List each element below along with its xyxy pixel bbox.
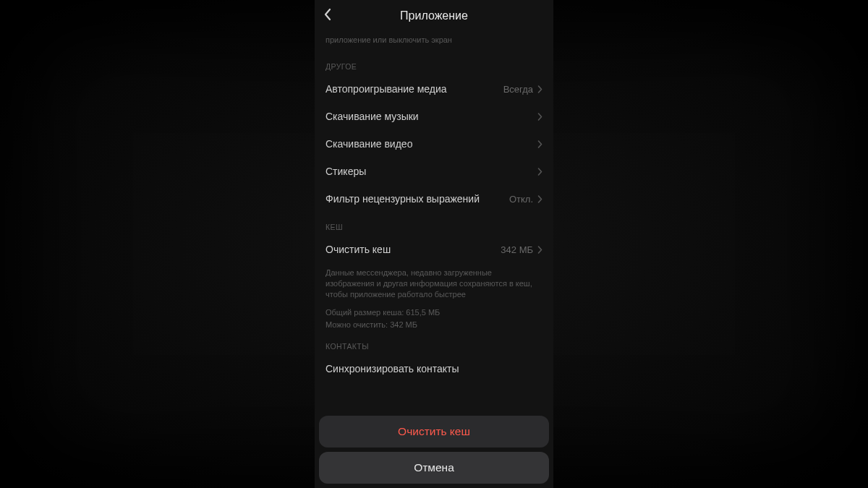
phone-screen: Приложение приложение или выключить экра… — [315, 0, 553, 488]
row-music-download[interactable]: Скачивание музыки — [315, 103, 553, 130]
previous-section-hint: приложение или выключить экран — [315, 32, 553, 52]
page-title: Приложение — [400, 9, 468, 22]
action-sheet: Очистить кеш Отмена — [315, 413, 553, 488]
section-header-contacts: КОНТАКТЫ — [315, 332, 553, 355]
chevron-right-icon — [537, 85, 542, 93]
row-label: Скачивание музыки — [326, 111, 419, 122]
row-clear-cache[interactable]: Очистить кеш 342 МБ — [315, 236, 553, 263]
back-button[interactable] — [320, 5, 335, 27]
row-label: Синхронизировать контакты — [326, 363, 459, 374]
cache-description: Данные мессенджера, недавно загруженные … — [315, 263, 553, 303]
section-header-cache: КЕШ — [315, 213, 553, 236]
row-label: Автопроигрывание медиа — [326, 83, 447, 95]
row-value: Откл. — [509, 194, 533, 205]
chevron-right-icon — [537, 168, 542, 176]
cache-cleanable: Можно очистить: 342 МБ — [315, 320, 553, 332]
cancel-button[interactable]: Отмена — [319, 452, 549, 484]
row-label: Стикеры — [326, 166, 366, 177]
row-label: Фильтр нецензурных выражений — [326, 193, 480, 205]
row-autoplay-media[interactable]: Автопроигрывание медиа Всегда — [315, 75, 553, 103]
row-label: Очистить кеш — [326, 244, 391, 255]
row-right: Откл. — [509, 194, 542, 205]
row-video-download[interactable]: Скачивание видео — [315, 130, 553, 158]
row-label: Скачивание видео — [326, 138, 412, 150]
row-right — [537, 140, 542, 148]
row-right: Всегда — [503, 84, 542, 95]
row-sync-contacts[interactable]: Синхронизировать контакты — [315, 355, 553, 382]
row-right: 342 МБ — [501, 244, 542, 255]
app-header: Приложение — [315, 0, 553, 32]
row-profanity-filter[interactable]: Фильтр нецензурных выражений Откл. — [315, 185, 553, 213]
chevron-right-icon — [537, 140, 542, 148]
row-value: Всегда — [503, 84, 533, 95]
row-stickers[interactable]: Стикеры — [315, 158, 553, 185]
chevron-left-icon — [323, 8, 332, 21]
row-right — [537, 113, 542, 121]
row-right — [537, 168, 542, 176]
chevron-right-icon — [537, 195, 542, 203]
cache-total: Общий размер кеша: 615,5 МБ — [315, 303, 553, 320]
chevron-right-icon — [537, 113, 542, 121]
section-header-other: ДРУГОЕ — [315, 52, 553, 75]
chevron-right-icon — [537, 246, 542, 254]
clear-cache-button[interactable]: Очистить кеш — [319, 416, 549, 448]
row-value: 342 МБ — [501, 244, 533, 255]
